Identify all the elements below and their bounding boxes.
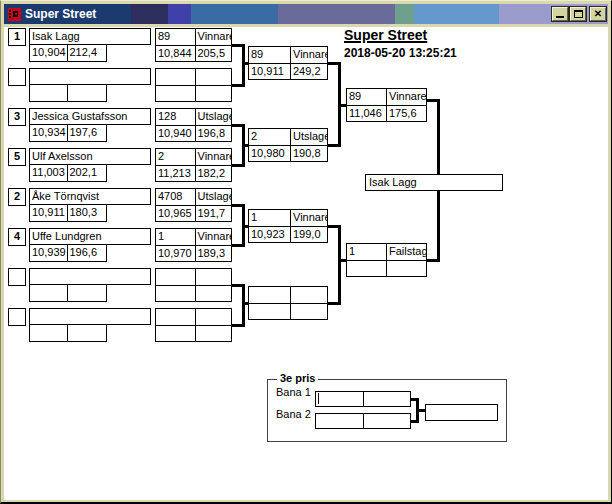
result-num-cell[interactable]: 1 — [249, 210, 290, 226]
qualifying-stats-box[interactable] — [29, 84, 107, 103]
round1-result-box[interactable] — [155, 68, 232, 102]
result-et-cell[interactable]: 10,940 — [156, 125, 195, 141]
lane1-entry-box[interactable] — [315, 391, 411, 407]
result-speed-cell[interactable]: 191,7 — [195, 205, 232, 221]
result-num-cell[interactable]: 2 — [249, 129, 290, 145]
result-label-cell[interactable] — [290, 287, 327, 303]
et-cell[interactable]: 10,904 — [30, 45, 67, 62]
result-speed-cell[interactable] — [386, 260, 426, 276]
consolation-result-box[interactable]: 1 Failstaged — [346, 243, 427, 277]
result-et-cell[interactable] — [156, 285, 195, 301]
qualifying-stats-box[interactable]: 10,904 212,4 — [29, 44, 107, 63]
result-num-cell[interactable] — [156, 309, 195, 325]
champion-name-box[interactable]: Isak Lagg — [365, 174, 503, 191]
result-num-cell[interactable]: 4708 — [156, 189, 195, 205]
competitor-name-box[interactable]: Isak Lagg — [29, 28, 151, 45]
et-cell[interactable] — [30, 285, 67, 302]
result-label-cell[interactable]: Utslagen — [195, 109, 232, 125]
result-et-cell[interactable]: 10,923 — [249, 226, 290, 242]
result-speed-cell[interactable]: 199,0 — [290, 226, 327, 242]
speed-cell[interactable]: 212,4 — [67, 45, 107, 62]
lane1-et-cell[interactable] — [316, 392, 363, 406]
qualifying-stats-box[interactable]: 10,939 196,6 — [29, 244, 107, 263]
result-et-cell[interactable]: 11,213 — [156, 165, 195, 181]
competitor-name-box[interactable]: Uffe Lundgren — [29, 228, 151, 245]
round2-result-box[interactable]: 2 Utslagen 10,980 190,8 — [248, 128, 328, 162]
result-speed-cell[interactable] — [195, 85, 232, 101]
result-num-cell[interactable] — [156, 69, 195, 85]
result-et-cell[interactable]: 10,911 — [249, 63, 290, 79]
result-et-cell[interactable]: 10,970 — [156, 245, 195, 261]
round2-result-box[interactable] — [248, 286, 328, 320]
seed-box[interactable] — [8, 268, 26, 286]
result-et-cell[interactable]: 10,844 — [156, 45, 195, 61]
result-speed-cell[interactable] — [195, 325, 232, 341]
close-button[interactable]: ✕ — [590, 7, 606, 21]
result-num-cell[interactable]: 1 — [347, 244, 386, 260]
result-label-cell[interactable]: Vinnare — [195, 229, 232, 245]
round1-result-box[interactable] — [155, 268, 232, 302]
minimize-button[interactable] — [552, 7, 568, 21]
seed-box[interactable]: 5 — [8, 148, 26, 166]
competitor-name-box[interactable] — [29, 308, 151, 325]
round2-result-box[interactable]: 1 Vinnare 10,923 199,0 — [248, 209, 328, 243]
qualifying-stats-box[interactable]: 10,934 197,6 — [29, 124, 107, 143]
result-label-cell[interactable]: Vinnare — [290, 47, 327, 63]
final-result-box[interactable]: 89 Vinnare 11,046 175,6 — [346, 88, 427, 122]
qualifying-stats-box[interactable]: 11,003 202,1 — [29, 164, 107, 183]
et-cell[interactable]: 10,934 — [30, 125, 67, 142]
competitor-name-box[interactable]: Jessica Gustafsson — [29, 108, 151, 125]
result-num-cell[interactable]: 128 — [156, 109, 195, 125]
result-et-cell[interactable]: 11,046 — [347, 105, 386, 121]
round1-result-box[interactable]: 1 Vinnare 10,970 189,3 — [155, 228, 232, 262]
round1-result-box[interactable]: 128 Utslagen 10,940 196,8 — [155, 108, 232, 142]
result-num-cell[interactable] — [156, 269, 195, 285]
result-label-cell[interactable]: Vinnare — [290, 210, 327, 226]
result-speed-cell[interactable]: 175,6 — [386, 105, 426, 121]
lane2-et-cell[interactable] — [316, 414, 363, 428]
result-label-cell[interactable]: Utslagen — [290, 129, 327, 145]
lane2-entry-box[interactable] — [315, 413, 411, 429]
result-label-cell[interactable]: Vinnare — [195, 29, 232, 45]
competitor-name-box[interactable] — [29, 68, 151, 85]
result-label-cell[interactable] — [195, 269, 232, 285]
speed-cell[interactable] — [67, 325, 107, 342]
result-et-cell[interactable] — [347, 260, 386, 276]
competitor-name-box[interactable]: Ulf Axelsson — [29, 148, 151, 165]
et-cell[interactable]: 10,939 — [30, 245, 67, 262]
result-num-cell[interactable]: 2 — [156, 149, 195, 165]
qualifying-stats-box[interactable] — [29, 284, 107, 303]
et-cell[interactable] — [30, 85, 67, 102]
result-et-cell[interactable]: 10,965 — [156, 205, 195, 221]
result-et-cell[interactable] — [156, 85, 195, 101]
result-speed-cell[interactable]: 189,3 — [195, 245, 232, 261]
round1-result-box[interactable] — [155, 308, 232, 342]
result-num-cell[interactable]: 89 — [156, 29, 195, 45]
round2-result-box[interactable]: 89 Vinnare 10,911 249,2 — [248, 46, 328, 80]
result-speed-cell[interactable]: 205,5 — [195, 45, 232, 61]
result-label-cell[interactable]: Failstaged — [386, 244, 426, 260]
speed-cell[interactable]: 202,1 — [67, 165, 107, 182]
result-speed-cell[interactable]: 190,8 — [290, 145, 327, 161]
qualifying-stats-box[interactable] — [29, 324, 107, 343]
round1-result-box[interactable]: 89 Vinnare 10,844 205,5 — [155, 28, 232, 62]
et-cell[interactable] — [30, 325, 67, 342]
seed-box[interactable]: 2 — [8, 188, 26, 206]
result-label-cell[interactable] — [195, 309, 232, 325]
result-label-cell[interactable]: Utslagen — [195, 189, 232, 205]
result-label-cell[interactable]: Vinnare — [195, 149, 232, 165]
result-num-cell[interactable]: 1 — [156, 229, 195, 245]
qualifying-stats-box[interactable]: 10,911 180,3 — [29, 204, 107, 223]
round1-result-box[interactable]: 4708 Utslagen 10,965 191,7 — [155, 188, 232, 222]
seed-box[interactable]: 4 — [8, 228, 26, 246]
seed-box[interactable] — [8, 308, 26, 326]
result-num-cell[interactable] — [249, 287, 290, 303]
result-speed-cell[interactable] — [195, 285, 232, 301]
result-num-cell[interactable]: 89 — [249, 47, 290, 63]
speed-cell[interactable] — [67, 285, 107, 302]
third-prize-winner-box[interactable] — [425, 404, 498, 421]
result-speed-cell[interactable]: 196,8 — [195, 125, 232, 141]
result-label-cell[interactable]: Vinnare — [386, 89, 426, 105]
maximize-button[interactable] — [570, 7, 586, 21]
result-et-cell[interactable]: 10,980 — [249, 145, 290, 161]
